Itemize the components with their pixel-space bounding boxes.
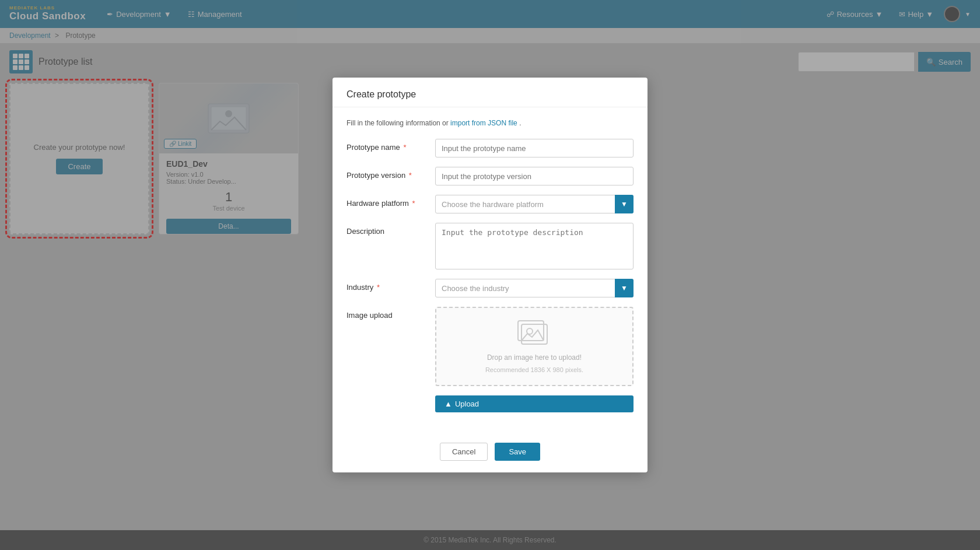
form-row-prototype-version: Prototype version * <box>346 167 634 185</box>
industry-select-wrap: Choose the industry ▼ <box>435 279 634 297</box>
description-label: Description <box>346 223 428 236</box>
hardware-platform-select-wrap: Choose the hardware platform ▼ <box>435 195 634 213</box>
form-row-description: Description <box>346 223 634 269</box>
upload-button[interactable]: ▲ Upload <box>435 395 634 412</box>
modal-header: Create prototype <box>332 78 648 107</box>
upload-rec-text: Recommended 1836 X 980 pixels. <box>485 366 583 373</box>
form-row-industry: Industry * Choose the industry ▼ <box>346 279 634 297</box>
modal-subtitle: Fill in the following information or imp… <box>346 119 634 127</box>
prototype-name-input[interactable] <box>435 139 634 157</box>
industry-select[interactable]: Choose the industry <box>435 279 634 297</box>
modal-overlay: Create prototype Fill in the following i… <box>0 0 980 550</box>
required-indicator: * <box>409 171 412 180</box>
prototype-version-input[interactable] <box>435 167 634 185</box>
modal-title: Create prototype <box>346 89 634 100</box>
modal-body: Fill in the following information or imp… <box>332 107 648 433</box>
image-dropzone[interactable]: Drop an image here to upload! Recommende… <box>435 307 634 386</box>
form-row-image-upload: Image upload Drop an image here to uploa… <box>346 307 634 412</box>
image-upload-label: Image upload <box>346 307 428 320</box>
required-indicator: * <box>412 199 415 208</box>
required-indicator: * <box>377 283 380 292</box>
prototype-name-label: Prototype name * <box>346 139 428 152</box>
form-row-prototype-name: Prototype name * <box>346 139 634 157</box>
required-indicator: * <box>403 143 406 152</box>
form-row-hardware-platform: Hardware platform * Choose the hardware … <box>346 195 634 213</box>
save-button[interactable]: Save <box>495 443 540 461</box>
create-prototype-modal: Create prototype Fill in the following i… <box>332 78 648 472</box>
subtitle-text: Fill in the following information or <box>346 119 449 127</box>
hardware-platform-select[interactable]: Choose the hardware platform <box>435 195 634 213</box>
import-json-link[interactable]: import from JSON file <box>450 119 517 127</box>
image-upload-icon <box>517 320 552 349</box>
upload-drop-text: Drop an image here to upload! <box>487 353 582 362</box>
upload-button-label: Upload <box>455 400 479 408</box>
cancel-button[interactable]: Cancel <box>440 443 488 461</box>
subtitle-end: . <box>519 119 521 127</box>
hardware-platform-label: Hardware platform * <box>346 195 428 208</box>
modal-footer: Cancel Save <box>332 433 648 472</box>
description-textarea[interactable] <box>435 223 634 269</box>
upload-icon: ▲ <box>444 400 452 408</box>
industry-label: Industry * <box>346 279 428 292</box>
prototype-version-label: Prototype version * <box>346 167 428 180</box>
